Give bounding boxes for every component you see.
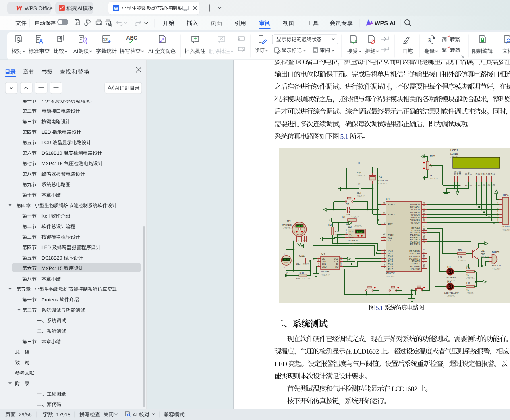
svg-text:Q1: Q1 xyxy=(481,249,485,252)
svg-text:8: 8 xyxy=(340,256,342,259)
svg-text:4.7K: 4.7K xyxy=(335,230,340,233)
svg-text:CLK: CLK xyxy=(334,260,339,263)
svg-text:<TEXT>: <TEXT> xyxy=(357,174,365,177)
svg-text:GND: GND xyxy=(349,236,354,239)
svg-text:DO: DO xyxy=(335,266,338,268)
svg-text:RV1: RV1 xyxy=(430,154,435,158)
svg-text:XTAL1: XTAL1 xyxy=(388,203,395,206)
svg-text:D4: D4 xyxy=(485,173,488,175)
svg-text:W: W xyxy=(114,6,118,11)
svg-text:U4: U4 xyxy=(321,252,325,255)
svg-text:RST: RST xyxy=(388,223,393,225)
svg-text:BUZZER: BUZZER xyxy=(492,264,501,267)
svg-text:<TEXT>: <TEXT> xyxy=(354,225,362,227)
svg-text:P0.6/AD6: P0.6/AD6 xyxy=(410,219,420,221)
svg-text:51k: 51k xyxy=(296,277,300,280)
svg-text:30pf: 30pf xyxy=(357,171,361,174)
svg-text:CH0: CH0 xyxy=(322,260,326,263)
svg-text:DS18B20: DS18B20 xyxy=(348,239,358,242)
svg-text:<TEXT>: <TEXT> xyxy=(492,268,500,270)
svg-text:34: 34 xyxy=(423,215,425,217)
svg-text:RP1: RP1 xyxy=(503,193,509,197)
svg-text:10: 10 xyxy=(423,248,425,251)
svg-text:<TEXT>: <TEXT> xyxy=(386,275,394,278)
svg-text:P3.5/T1: P3.5/T1 xyxy=(412,262,420,265)
svg-text:2.2k: 2.2k xyxy=(458,256,462,258)
svg-text:D2: D2 xyxy=(447,281,451,284)
svg-text:D7: D7 xyxy=(493,173,495,175)
svg-text:P3.2/INT0: P3.2/INT0 xyxy=(409,255,420,258)
svg-text:P1.3: P1.3 xyxy=(388,258,393,260)
svg-text:DI: DI xyxy=(336,263,338,265)
svg-text:C31: C31 xyxy=(299,254,305,258)
svg-text:1k: 1k xyxy=(466,274,469,277)
svg-text:A: A xyxy=(433,36,435,40)
svg-text:<TEXT>: <TEXT> xyxy=(502,229,510,231)
svg-text:C1: C1 xyxy=(357,162,360,164)
svg-text:1: 1 xyxy=(318,256,319,259)
svg-text:D3: D3 xyxy=(483,173,485,175)
svg-text:RESPAC: RESPAC xyxy=(502,225,510,228)
svg-text:P0.0/AD0: P0.0/AD0 xyxy=(410,203,420,206)
svg-text:M2: M2 xyxy=(287,220,291,223)
svg-text:2: 2 xyxy=(497,202,498,204)
svg-text:16: 16 xyxy=(423,264,425,266)
svg-text:38: 38 xyxy=(423,204,425,207)
svg-text:<TEXT>: <TEXT> xyxy=(447,295,455,297)
svg-text:D0: D0 xyxy=(475,173,478,175)
svg-text:<TEXT>: <TEXT> xyxy=(283,227,291,229)
svg-text:EA: EA xyxy=(388,239,391,242)
svg-text:2: 2 xyxy=(318,259,319,261)
svg-text:19: 19 xyxy=(383,202,385,204)
svg-text:<TEXT>: <TEXT> xyxy=(349,242,357,245)
svg-text:P2.7/A15: P2.7/A15 xyxy=(410,243,420,245)
svg-text:P1.7: P1.7 xyxy=(388,268,393,270)
svg-text:1: 1 xyxy=(346,235,347,237)
svg-text:7: 7 xyxy=(340,259,342,261)
svg-text:P3.3/INT1: P3.3/INT1 xyxy=(409,258,420,260)
svg-text:MPX4115: MPX4115 xyxy=(282,224,292,226)
svg-text:ADC0832: ADC0832 xyxy=(321,270,330,273)
svg-text:7: 7 xyxy=(497,215,498,217)
svg-text:<TEXT>: <TEXT> xyxy=(351,216,359,218)
svg-text:<TEXT>: <TEXT> xyxy=(466,277,474,279)
svg-text:<TEXT>: <TEXT> xyxy=(321,274,330,276)
svg-text:7: 7 xyxy=(384,264,385,266)
svg-text:P1.0: P1.0 xyxy=(388,250,393,252)
svg-text:5: 5 xyxy=(340,262,342,264)
svg-text:P0.4/AD4: P0.4/AD4 xyxy=(410,214,420,216)
svg-text:U2: U2 xyxy=(348,225,352,228)
svg-text:D2: D2 xyxy=(480,173,483,175)
svg-text:VCC: VCC xyxy=(349,230,354,233)
svg-text:R2: R2 xyxy=(328,223,332,226)
svg-text:P1.1: P1.1 xyxy=(388,252,393,255)
svg-text:28: 28 xyxy=(423,241,425,244)
svg-text:DQ: DQ xyxy=(349,233,352,236)
svg-text:1k: 1k xyxy=(466,289,469,291)
svg-text:<TEXT>: <TEXT> xyxy=(466,292,474,294)
svg-text:54.0: 54.0 xyxy=(357,231,362,233)
svg-text:D1: D1 xyxy=(447,265,451,269)
svg-text:6: 6 xyxy=(340,264,342,266)
svg-text:E: E xyxy=(470,174,472,175)
svg-text:P0.5/AD5: P0.5/AD5 xyxy=(410,216,420,219)
svg-text:1: 1 xyxy=(384,248,385,251)
svg-text:3: 3 xyxy=(318,262,319,264)
svg-text:4: 4 xyxy=(384,256,385,258)
svg-text:P3.7/RD: P3.7/RD xyxy=(411,268,420,270)
svg-text:2: 2 xyxy=(384,251,385,253)
svg-text:R4: R4 xyxy=(466,281,470,284)
svg-text:101.0: 101.0 xyxy=(296,225,303,227)
svg-text:11: 11 xyxy=(423,251,425,254)
svg-text:<TEXT>: <TEXT> xyxy=(458,259,466,262)
svg-text:30: 30 xyxy=(383,235,385,238)
svg-text:C3: C3 xyxy=(346,203,349,206)
svg-text:12: 12 xyxy=(103,37,108,42)
svg-text:<TEXT>: <TEXT> xyxy=(302,277,310,280)
svg-text:CRYSTAL: CRYSTAL xyxy=(378,179,388,182)
svg-text:32: 32 xyxy=(423,220,425,222)
svg-text:P3.0/RXD: P3.0/RXD xyxy=(409,250,420,252)
svg-text:文: 文 xyxy=(428,37,431,42)
svg-text:33: 33 xyxy=(423,218,425,220)
svg-text:4: 4 xyxy=(318,264,319,266)
